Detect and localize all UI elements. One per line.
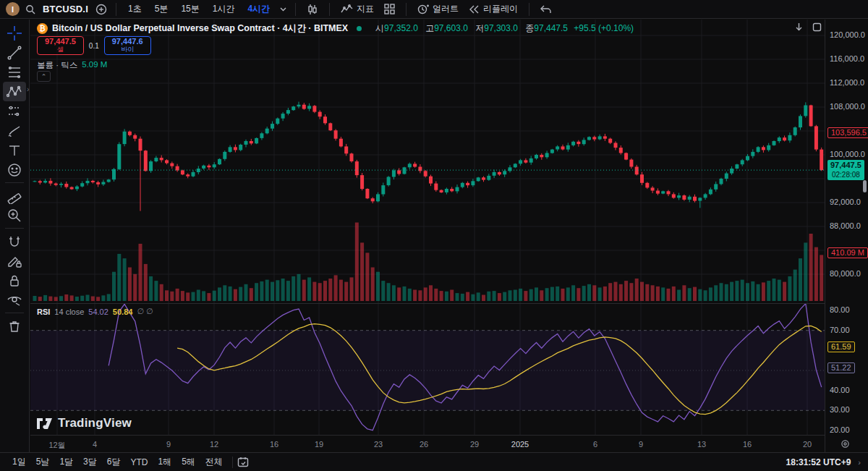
buy-button[interactable]: 97,447.6 바이 [104, 36, 151, 55]
range-5d[interactable]: 5날 [31, 454, 55, 470]
sidebar-expand-chevron-icon[interactable]: › [27, 85, 29, 93]
zoom-in-tool[interactable] [3, 205, 26, 225]
sidebar-divider [5, 313, 24, 313]
bottom-bar-chevron-icon[interactable]: › [858, 458, 861, 467]
lock-all-drawings-tool[interactable] [3, 271, 26, 290]
interval-5m[interactable]: 5분 [152, 1, 171, 17]
time-tick-12: 12 [210, 440, 218, 449]
range-6m[interactable]: 6달 [102, 454, 126, 470]
trend-line-tool[interactable] [3, 43, 26, 62]
volume-value: 5.09 M [82, 60, 107, 71]
chart-area: ₿ Bitcoin / US Dollar Perpetual Inverse … [30, 20, 868, 452]
chart-legend: ₿ Bitcoin / US Dollar Perpetual Inverse … [37, 22, 634, 35]
time-tick-9: 9 [639, 440, 643, 449]
range-1m[interactable]: 1달 [54, 454, 78, 470]
close-label: 종 [525, 23, 534, 33]
interval-1h[interactable]: 1시간 [210, 1, 238, 17]
interval-dropdown-chevron-icon[interactable] [280, 7, 286, 12]
emoji-tool[interactable] [3, 160, 26, 179]
maximize-pane-icon[interactable] [812, 22, 822, 32]
range-3m[interactable]: 3달 [78, 454, 102, 470]
indicators-button[interactable]: 지표 [339, 1, 376, 17]
tradingview-app: I BTCUSD.I 1초 5분 15분 1시간 4시간 [0, 0, 868, 471]
open-label: 시 [375, 23, 384, 33]
sell-button[interactable]: 97,447.5 셀 [37, 36, 84, 55]
range-all[interactable]: 전체 [200, 454, 228, 470]
symbol-search-button[interactable]: BTCUSD.I [43, 4, 88, 14]
price-tick-88000: 88,000.0 [830, 221, 861, 230]
time-tick-9: 9 [166, 440, 171, 449]
scroll-to-latest-icon[interactable] [794, 22, 804, 32]
legend-collapse-button[interactable]: ⌃ [37, 71, 51, 82]
rsi-ma-marker: 61.59 [827, 341, 855, 352]
tradingview-logo[interactable]: TradingView [37, 416, 132, 430]
rsi-tick-40: 40.00 [830, 386, 850, 394]
hide-all-drawings-tool[interactable] [3, 290, 26, 310]
go-to-date-calendar-icon[interactable] [237, 457, 249, 467]
rsi-chart-canvas[interactable] [30, 304, 825, 435]
sell-price: 97,447.5 [45, 38, 76, 46]
price-tick-112000: 112,000.0 [830, 78, 864, 87]
range-ytd[interactable]: YTD [125, 456, 153, 469]
layout-grid-icon[interactable] [382, 2, 397, 16]
time-tick-4: 4 [93, 440, 97, 449]
order-panel: 97,447.5 셀 0.1 97,447.6 바이 [37, 36, 151, 55]
range-1d[interactable]: 1일 [7, 454, 31, 470]
forecast-tool[interactable] [3, 101, 26, 121]
interval-15m[interactable]: 15분 [178, 1, 202, 17]
price-axis[interactable]: 120,000.0116,000.0112,000.0108,000.0100,… [825, 20, 868, 452]
toolbar-divider [116, 3, 116, 16]
toolbar-divider [406, 3, 407, 16]
range-5y[interactable]: 5해 [176, 454, 200, 470]
replay-button[interactable]: 리플레이 [467, 1, 520, 17]
search-icon[interactable] [25, 4, 35, 14]
clock-utc[interactable]: 18:31:52 UTC+9 [786, 457, 851, 467]
axis-settings-gear-icon[interactable] [840, 438, 851, 449]
tradingview-logo-text: TradingView [58, 416, 132, 430]
volume-legend[interactable]: 볼륨 · 틱스 5.09 M [37, 60, 107, 71]
crosshair-tool[interactable] [3, 23, 26, 43]
add-symbol-icon[interactable] [95, 4, 107, 15]
price-tick-120000: 120,000.0 [830, 30, 865, 39]
rsi-legend[interactable]: RSI 14 close 54.02 50.84 ∅ ∅ [37, 307, 153, 316]
volume-marker-label: 410.09 M [827, 247, 868, 258]
low-label: 저 [475, 23, 484, 33]
close-value: 97,447.5 [534, 23, 568, 33]
price-chart-canvas[interactable] [30, 20, 825, 303]
time-tick-23: 23 [374, 440, 383, 449]
range-1y[interactable]: 1해 [153, 454, 176, 470]
lock-drawing-mode-tool[interactable] [3, 251, 26, 271]
interval-4h-active[interactable]: 4시간 [244, 1, 273, 17]
toolbar-divider [329, 3, 330, 16]
top-toolbar: I BTCUSD.I 1초 5분 15분 1시간 4시간 [0, 0, 868, 19]
price-tick-116000: 116,000.0 [830, 54, 864, 63]
market-status-dot[interactable] [357, 26, 362, 31]
price-tick-100000: 100,000.0 [830, 150, 865, 158]
text-tool[interactable] [3, 140, 26, 160]
alert-button[interactable]: 얼러트 [415, 1, 461, 17]
xabcd-pattern-tool[interactable] [3, 82, 26, 101]
price-scale-scrollbar[interactable] [863, 180, 867, 192]
interval-1s[interactable]: 1초 [125, 1, 145, 17]
rsi-empty-values: ∅ ∅ [137, 307, 153, 316]
change-value: +95.5 (+0.10%) [574, 23, 634, 33]
magnet-tool[interactable] [3, 232, 26, 251]
measure-tool[interactable] [3, 186, 26, 205]
remove-drawings-tool[interactable] [3, 316, 26, 336]
time-axis[interactable]: 12월49121619232629202569131620 [30, 435, 868, 452]
current-price-label: 97,447.502:28:08 [827, 160, 864, 180]
high-value: 97,603.0 [434, 23, 468, 33]
price-tick-108000: 108,000.0 [830, 102, 865, 111]
brush-tool[interactable] [3, 121, 26, 140]
pane-separator[interactable] [30, 303, 825, 304]
symbol-title[interactable]: Bitcoin / US Dollar Perpetual Inverse Sw… [52, 22, 348, 35]
account-avatar[interactable]: I [6, 2, 20, 16]
chart-style-candles-icon[interactable] [305, 2, 320, 17]
time-tick-16: 16 [743, 440, 752, 449]
undo-icon[interactable] [538, 4, 553, 15]
fib-retracement-tool[interactable] [3, 62, 26, 82]
interval-group: 1초 5분 15분 1시간 4시간 [125, 1, 286, 17]
time-tick-20: 20 [803, 440, 812, 449]
bottom-bar-divider [232, 457, 233, 468]
price-marker-red: 103,596.5 [827, 127, 868, 138]
